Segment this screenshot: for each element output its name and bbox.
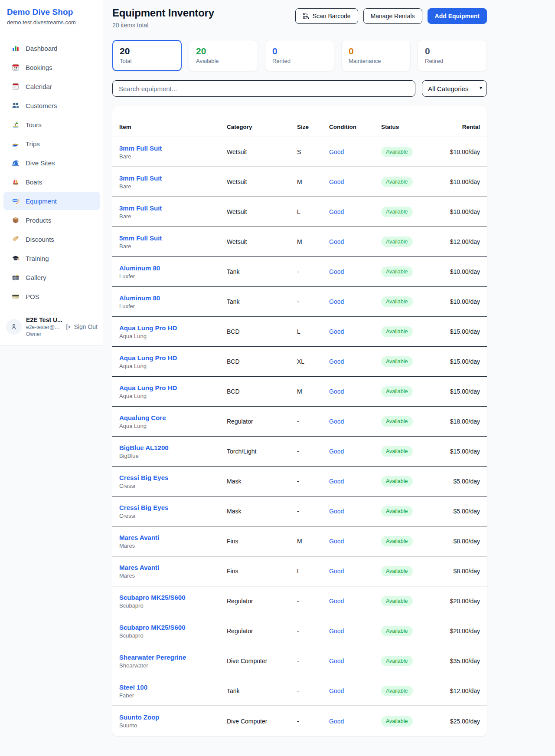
table-row: Aluminum 80LuxferTank-GoodAvailable$10.0… [112, 287, 487, 317]
sidebar-item-label: Equipment [26, 197, 57, 205]
sidebar-item-pos[interactable]: POS [3, 287, 100, 306]
barcode-scan-icon [303, 13, 309, 20]
sidebar-item-trips[interactable]: Trips [3, 135, 100, 153]
sign-out-button[interactable]: Sign Out [65, 323, 98, 330]
item-brand: Aqua Lung [119, 363, 227, 369]
item-name-link[interactable]: Steel 100 [119, 684, 227, 691]
status-badge: Available [381, 326, 413, 337]
item-name-link[interactable]: 5mm Full Suit [119, 234, 227, 242]
sidebar-item-gallery[interactable]: Gallery [3, 268, 100, 286]
rental-cell: $25.00/day [445, 718, 480, 725]
item-cell: Aqua Lung Pro HDAqua Lung [119, 384, 227, 399]
condition-link[interactable]: Good [329, 298, 344, 305]
avatar [6, 319, 22, 335]
stat-card-maintenance[interactable]: 0Maintenance [341, 40, 411, 71]
sidebar-item-training[interactable]: Training [3, 249, 100, 267]
condition-link[interactable]: Good [329, 208, 344, 215]
status-cell: Available [381, 446, 445, 457]
stat-card-retired[interactable]: 0Retired [418, 40, 487, 71]
dive-sites-icon [11, 158, 20, 167]
item-name-link[interactable]: Scubapro MK25/S600 [119, 594, 227, 601]
filter-bar: All Categories ▼ [112, 80, 487, 97]
table-row: Aluminum 80LuxferTank-GoodAvailable$10.0… [112, 257, 487, 287]
sidebar-item-label: Bookings [26, 64, 52, 71]
condition-cell: Good [329, 148, 381, 155]
column-header-category: Category [227, 124, 297, 130]
item-name-link[interactable]: Cressi Big Eyes [119, 474, 227, 481]
condition-link[interactable]: Good [329, 178, 344, 185]
condition-link[interactable]: Good [329, 358, 344, 365]
condition-link[interactable]: Good [329, 448, 344, 455]
item-cell: 5mm Full SuitBare [119, 234, 227, 250]
status-cell: Available [381, 476, 445, 486]
condition-link[interactable]: Good [329, 418, 344, 425]
condition-link[interactable]: Good [329, 268, 344, 275]
sidebar-item-discounts[interactable]: Discounts [3, 230, 100, 248]
table-row: Aqua Lung Pro HDAqua LungBCDMGoodAvailab… [112, 377, 487, 407]
item-name-link[interactable]: Cressi Big Eyes [119, 504, 227, 511]
status-badge: Available [381, 716, 413, 726]
condition-link[interactable]: Good [329, 478, 344, 485]
sidebar-item-bookings[interactable]: 17Bookings [3, 58, 100, 76]
rental-cell: $12.00/day [445, 687, 480, 694]
sign-out-label: Sign Out [74, 323, 98, 330]
condition-link[interactable]: Good [329, 568, 344, 575]
condition-link[interactable]: Good [329, 538, 344, 545]
condition-link[interactable]: Good [329, 508, 344, 515]
sidebar-item-dashboard[interactable]: Dashboard [3, 39, 100, 57]
sidebar-item-boats[interactable]: Boats [3, 173, 100, 191]
sidebar-item-calendar[interactable]: Calendar [3, 77, 100, 95]
condition-link[interactable]: Good [329, 628, 344, 634]
item-name-link[interactable]: Aqualung Core [119, 414, 227, 421]
size-cell: S [297, 148, 329, 155]
item-name-link[interactable]: Aqua Lung Pro HD [119, 324, 227, 332]
sidebar-item-dive-sites[interactable]: Dive Sites [3, 154, 100, 172]
manage-rentals-button[interactable]: Manage Rentals [363, 8, 422, 24]
item-name-link[interactable]: 3mm Full Suit [119, 174, 227, 182]
category-select[interactable]: All Categories [422, 80, 487, 97]
add-equipment-button[interactable]: Add Equipment [428, 8, 487, 24]
status-cell: Available [381, 296, 445, 307]
status-badge: Available [381, 626, 413, 636]
condition-link[interactable]: Good [329, 148, 344, 155]
item-name-link[interactable]: Aqua Lung Pro HD [119, 384, 227, 391]
sidebar-item-equipment[interactable]: Equipment [3, 192, 100, 210]
condition-link[interactable]: Good [329, 718, 344, 725]
category-cell: Regulator [227, 628, 297, 634]
item-name-link[interactable]: Aluminum 80 [119, 264, 227, 272]
condition-link[interactable]: Good [329, 238, 344, 245]
category-cell: Mask [227, 478, 297, 485]
condition-link[interactable]: Good [329, 388, 344, 395]
item-name-link[interactable]: Scubapro MK25/S600 [119, 624, 227, 631]
condition-link[interactable]: Good [329, 598, 344, 605]
item-brand: Scubapro [119, 632, 227, 639]
condition-link[interactable]: Good [329, 328, 344, 335]
sidebar-item-label: Gallery [26, 274, 46, 281]
stat-card-total[interactable]: 20Total [112, 40, 182, 71]
scan-barcode-button[interactable]: Scan Barcode [295, 8, 358, 24]
item-name-link[interactable]: Suunto Zoop [119, 713, 227, 721]
stat-card-rented[interactable]: 0Rented [265, 40, 334, 71]
item-name-link[interactable]: 3mm Full Suit [119, 145, 227, 152]
equipment-icon [11, 197, 20, 205]
item-name-link[interactable]: Shearwater Peregrine [119, 654, 227, 661]
stat-card-available[interactable]: 20Available [189, 40, 258, 71]
sidebar-item-label: Trips [26, 140, 40, 148]
search-input[interactable] [112, 80, 415, 97]
item-name-link[interactable]: Mares Avanti [119, 534, 227, 541]
item-name-link[interactable]: Aqua Lung Pro HD [119, 354, 227, 362]
sidebar-item-tours[interactable]: Tours [3, 115, 100, 134]
size-cell: - [297, 418, 329, 425]
status-badge: Available [381, 536, 413, 546]
item-name-link[interactable]: BigBlue AL1200 [119, 444, 227, 451]
item-name-link[interactable]: 3mm Full Suit [119, 204, 227, 212]
condition-link[interactable]: Good [329, 687, 344, 694]
item-name-link[interactable]: Aluminum 80 [119, 294, 227, 302]
item-name-link[interactable]: Mares Avanti [119, 564, 227, 571]
size-cell: - [297, 628, 329, 634]
sidebar-item-products[interactable]: Products [3, 211, 100, 229]
items-count: 20 items total [112, 22, 214, 29]
sidebar-item-customers[interactable]: Customers [3, 96, 100, 115]
status-badge: Available [381, 506, 413, 516]
condition-link[interactable]: Good [329, 657, 344, 664]
